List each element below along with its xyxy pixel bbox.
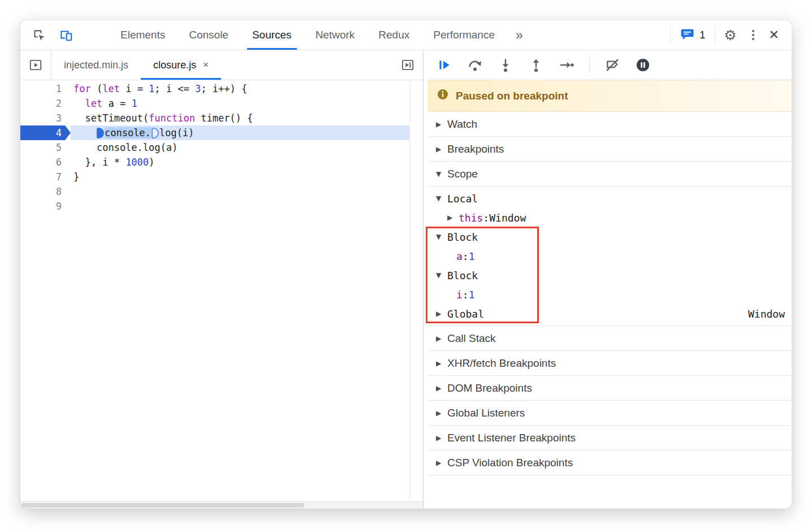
tab-network[interactable]: Network xyxy=(304,20,367,50)
section-call-stack[interactable]: ▶Call Stack xyxy=(427,326,792,351)
section-global-listeners[interactable]: ▶Global Listeners xyxy=(427,401,792,426)
section-event-listener-breakpoints[interactable]: ▶Event Listener Breakpoints xyxy=(427,426,792,450)
disclosure-triangle-icon[interactable]: ▼ xyxy=(436,272,447,279)
scope-label: Block xyxy=(447,270,478,281)
line-number-gutter[interactable]: 4 xyxy=(20,125,71,140)
code-token: } xyxy=(74,171,79,183)
section-label: XHR/fetch Breakpoints xyxy=(447,357,556,370)
disclosure-triangle-icon[interactable]: ▶ xyxy=(436,459,443,466)
horizontal-scrollbar[interactable] xyxy=(20,501,423,509)
disclosure-triangle-icon[interactable]: ▶ xyxy=(436,335,443,342)
file-tab-injected-min-js[interactable]: injected.min.js xyxy=(51,50,141,80)
line-number-gutter[interactable]: 8 xyxy=(20,184,71,199)
code-token: for xyxy=(74,83,91,94)
line-number-gutter[interactable]: 9 xyxy=(20,199,71,214)
scope-block[interactable]: ▼Block xyxy=(427,266,792,285)
inline-step-marker-icon[interactable] xyxy=(152,128,159,138)
variable-value: Window xyxy=(489,212,526,224)
code-editor: 1for (let i = 1; i <= 3; i++) {2 let a =… xyxy=(20,80,423,509)
tab-sources[interactable]: Sources xyxy=(240,20,304,50)
disclosure-triangle-icon[interactable]: ▶ xyxy=(436,146,443,153)
scope-global[interactable]: ▶GlobalWindow xyxy=(427,304,792,323)
code-text: console.log(i) xyxy=(71,125,409,140)
section-scope[interactable]: ▼ Scope xyxy=(427,162,792,187)
step-over-icon[interactable] xyxy=(467,57,483,73)
section-label: Breakpoints xyxy=(447,143,504,155)
pane-divider[interactable] xyxy=(423,50,427,509)
step-into-icon[interactable] xyxy=(498,57,513,73)
inspect-element-icon[interactable] xyxy=(28,24,50,46)
tab-elements[interactable]: Elements xyxy=(109,20,177,50)
disclosure-triangle-icon[interactable]: ▶ xyxy=(436,435,443,441)
disclosure-triangle-icon[interactable]: ▶ xyxy=(436,410,443,417)
code-token: 1000 xyxy=(126,157,149,168)
section-xhr-fetch-breakpoints[interactable]: ▶XHR/fetch Breakpoints xyxy=(427,351,792,376)
scope-local[interactable]: ▼Local xyxy=(427,189,792,208)
code-line: 2 let a = 1 xyxy=(20,96,409,111)
scope-this[interactable]: ▶this: Window xyxy=(427,208,792,227)
disclosure-triangle-icon[interactable]: ▼ xyxy=(436,195,447,202)
settings-gear-icon[interactable]: ⚙ xyxy=(715,27,745,44)
code-token: setTimeout( xyxy=(74,112,149,124)
variable-value: 1 xyxy=(469,289,475,301)
code-token: 1 xyxy=(131,98,137,109)
tab-console[interactable]: Console xyxy=(177,20,240,50)
disclosure-triangle-icon[interactable]: ▶ xyxy=(447,214,459,221)
line-number-gutter[interactable]: 2 xyxy=(20,96,71,111)
step-icon[interactable] xyxy=(559,57,575,73)
line-number-gutter[interactable]: 5 xyxy=(20,140,71,155)
code-token: ; i <= xyxy=(154,83,195,94)
resume-script-execution-icon[interactable] xyxy=(437,57,452,73)
disclosure-triangle-icon[interactable]: ▶ xyxy=(436,121,443,128)
code-text xyxy=(71,199,409,214)
editor-scroll-gutter xyxy=(410,80,423,501)
more-tabs-icon[interactable]: » xyxy=(507,28,532,43)
code-token xyxy=(74,98,85,109)
file-tab-label: injected.min.js xyxy=(64,59,128,71)
tab-redux[interactable]: Redux xyxy=(366,20,421,50)
code-token: a = xyxy=(102,98,131,109)
deactivate-breakpoints-icon[interactable] xyxy=(604,57,620,73)
step-out-icon[interactable] xyxy=(528,57,544,73)
disclosure-triangle-icon[interactable]: ▼ xyxy=(436,233,447,240)
pause-on-exceptions-icon[interactable] xyxy=(635,57,651,73)
toolbar-separator xyxy=(589,57,590,73)
paused-banner: Paused on breakpoint xyxy=(427,80,792,112)
pane-toggle-icon[interactable] xyxy=(400,50,423,80)
code-text: setTimeout(function timer() { xyxy=(71,111,409,125)
debugger-toolbar xyxy=(427,50,792,80)
section-watch[interactable]: ▶Watch xyxy=(427,112,792,137)
scope-label: Block xyxy=(447,231,478,243)
close-icon[interactable]: ✕ xyxy=(761,28,792,42)
line-number-gutter[interactable]: 1 xyxy=(20,81,71,96)
close-tab-icon[interactable]: × xyxy=(203,59,209,71)
devtools-window: ElementsConsoleSourcesNetworkReduxPerfor… xyxy=(20,20,792,509)
file-tab-closure-js[interactable]: closure.js× xyxy=(141,50,221,80)
variable-value: 1 xyxy=(469,250,475,262)
code-text: let a = 1 xyxy=(71,96,409,111)
disclosure-triangle-icon[interactable]: ▶ xyxy=(436,310,447,317)
scope-label: Local xyxy=(447,193,478,205)
line-number-gutter[interactable]: 3 xyxy=(20,111,71,125)
disclosure-triangle-icon[interactable]: ▼ xyxy=(436,171,443,177)
code-line: 3 setTimeout(function timer() { xyxy=(20,111,409,125)
disclosure-triangle-icon[interactable]: ▶ xyxy=(436,385,443,392)
section-csp-violation-breakpoints[interactable]: ▶CSP Violation Breakpoints xyxy=(427,450,792,475)
more-options-icon[interactable] xyxy=(745,30,761,40)
inline-step-marker-icon[interactable] xyxy=(97,128,104,138)
toggle-device-toolbar-icon[interactable] xyxy=(55,24,77,46)
code-token: log(i) xyxy=(159,127,194,138)
line-number-gutter[interactable]: 6 xyxy=(20,155,71,170)
tab-performance[interactable]: Performance xyxy=(421,20,507,50)
message-count-badge: 1 xyxy=(699,29,705,41)
section-dom-breakpoints[interactable]: ▶DOM Breakpoints xyxy=(427,376,792,401)
section-label: DOM Breakpoints xyxy=(447,382,532,394)
section-breakpoints[interactable]: ▶Breakpoints xyxy=(427,137,792,162)
disclosure-triangle-icon[interactable]: ▶ xyxy=(436,360,443,367)
scrollbar-thumb[interactable] xyxy=(21,503,304,508)
code-text: }, i * 1000) xyxy=(71,155,409,170)
line-number-gutter[interactable]: 7 xyxy=(20,170,71,184)
scope-block[interactable]: ▼Block xyxy=(427,227,792,246)
show-navigator-icon[interactable] xyxy=(20,50,51,80)
console-drawer-indicator[interactable]: 1 xyxy=(670,25,715,45)
